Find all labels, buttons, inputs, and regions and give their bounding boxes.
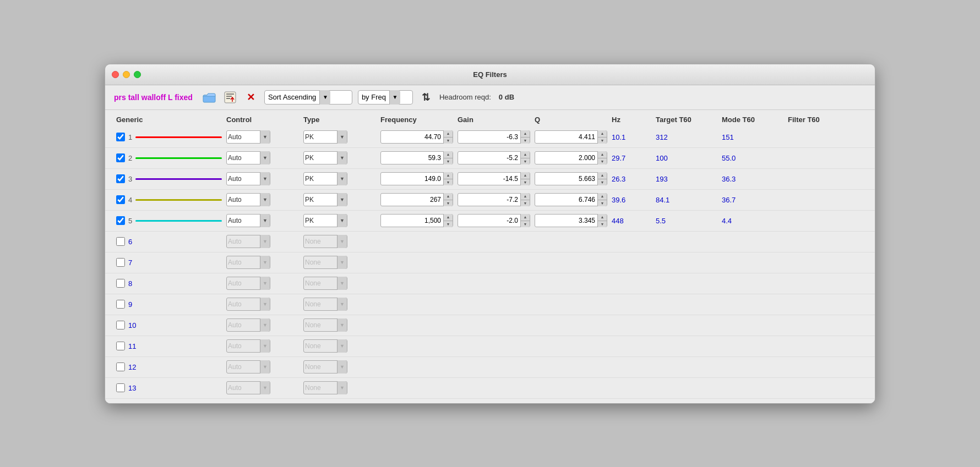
row-5-gain-input[interactable] (458, 217, 520, 224)
row-10-type-arrow[interactable]: ▼ (337, 318, 347, 332)
row-1-control-select[interactable]: Auto ▼ (226, 130, 270, 144)
row-5-type-input[interactable]: PK (304, 217, 337, 224)
row-3-control-select[interactable]: Auto ▼ (226, 172, 270, 185)
row-4-control-input[interactable]: Auto (227, 196, 260, 204)
row-1-type-select[interactable]: PK ▼ (303, 130, 347, 144)
row-6-control-input[interactable]: Auto (227, 238, 260, 245)
row-11-type-input[interactable]: None (304, 342, 337, 350)
row-1-q-input[interactable] (535, 133, 597, 141)
row-13-type-select[interactable]: None ▼ (303, 381, 347, 394)
row-1-gain-down[interactable]: ▼ (521, 138, 530, 144)
row-2-type-arrow[interactable]: ▼ (337, 151, 347, 164)
row-8-control-arrow[interactable]: ▼ (260, 277, 270, 290)
row-12-type-arrow[interactable]: ▼ (337, 360, 347, 373)
row-1-freq-up[interactable]: ▲ (444, 130, 453, 138)
row-3-freq-down[interactable]: ▼ (444, 179, 453, 186)
row-5-type-arrow[interactable]: ▼ (337, 214, 347, 227)
row-1-freq-spin[interactable]: ▲ ▼ (380, 130, 453, 144)
row-2-freq-down[interactable]: ▼ (444, 158, 453, 165)
row-11-control-arrow[interactable]: ▼ (260, 339, 270, 353)
row-1-type-input[interactable]: PK (304, 133, 337, 141)
row-2-q-input[interactable] (535, 154, 597, 162)
row-6-type-arrow[interactable]: ▼ (337, 235, 347, 248)
row-13-control-select[interactable]: Auto ▼ (226, 381, 270, 394)
row-1-control-arrow[interactable]: ▼ (260, 130, 270, 144)
row-3-checkbox[interactable] (116, 174, 125, 183)
row-1-gain-spin[interactable]: ▲ ▼ (458, 130, 530, 144)
row-6-control-arrow[interactable]: ▼ (260, 235, 270, 248)
row-5-control-arrow[interactable]: ▼ (260, 214, 270, 227)
row-13-control-arrow[interactable]: ▼ (260, 381, 270, 394)
row-5-gain-up[interactable]: ▲ (521, 214, 530, 221)
row-10-control-input[interactable]: Auto (227, 321, 260, 329)
row-3-control-arrow[interactable]: ▼ (260, 172, 270, 185)
row-2-q-up[interactable]: ▲ (598, 151, 607, 158)
row-9-checkbox[interactable] (116, 300, 125, 309)
row-6-type-input[interactable]: None (304, 238, 337, 245)
row-5-freq-spin[interactable]: ▲ ▼ (380, 214, 453, 227)
row-11-type-select[interactable]: None ▼ (303, 339, 347, 353)
row-4-checkbox[interactable] (116, 195, 125, 204)
row-1-gain-up[interactable]: ▲ (521, 130, 530, 138)
row-5-q-up[interactable]: ▲ (598, 214, 607, 221)
row-1-checkbox[interactable] (116, 133, 125, 141)
minimize-button[interactable] (123, 71, 130, 78)
row-10-type-select[interactable]: None ▼ (303, 318, 347, 332)
row-2-gain-down[interactable]: ▼ (521, 158, 530, 165)
row-3-q-up[interactable]: ▲ (598, 172, 607, 179)
row-8-type-input[interactable]: None (304, 279, 337, 287)
row-9-control-select[interactable]: Auto ▼ (226, 298, 270, 311)
row-8-type-arrow[interactable]: ▼ (337, 277, 347, 290)
row-8-control-select[interactable]: Auto ▼ (226, 277, 270, 290)
row-4-type-input[interactable]: PK (304, 196, 337, 204)
row-3-gain-spin[interactable]: ▲ ▼ (458, 172, 530, 185)
row-2-gain-up[interactable]: ▲ (521, 151, 530, 158)
row-5-freq-down[interactable]: ▼ (444, 221, 453, 228)
row-3-q-spin[interactable]: ▲ ▼ (535, 172, 607, 185)
row-5-q-spin[interactable]: ▲ ▼ (535, 214, 607, 227)
sort-ascending-select[interactable]: Sort Ascending Sort Descending No Sort S… (264, 90, 352, 105)
row-9-type-arrow[interactable]: ▼ (337, 298, 347, 311)
sort-by-select[interactable]: by Freq by Gain by Q by Freq ▼ (358, 90, 413, 105)
row-4-type-arrow[interactable]: ▼ (337, 193, 347, 206)
row-9-control-input[interactable]: Auto (227, 300, 260, 308)
row-5-checkbox[interactable] (116, 216, 125, 225)
row-4-q-up[interactable]: ▲ (598, 193, 607, 200)
row-9-control-arrow[interactable]: ▼ (260, 298, 270, 311)
row-3-type-arrow[interactable]: ▼ (337, 172, 347, 185)
row-5-q-input[interactable] (535, 217, 597, 224)
row-4-freq-input[interactable] (381, 196, 443, 204)
row-10-type-input[interactable]: None (304, 321, 337, 329)
row-12-control-select[interactable]: Auto ▼ (226, 360, 270, 373)
row-4-q-down[interactable]: ▼ (598, 200, 607, 207)
folder-icon-button[interactable] (202, 90, 217, 105)
row-4-gain-spin[interactable]: ▲ ▼ (458, 193, 530, 206)
row-3-control-input[interactable]: Auto (227, 175, 260, 183)
row-4-gain-down[interactable]: ▼ (521, 200, 530, 207)
row-13-control-input[interactable]: Auto (227, 384, 260, 392)
row-8-checkbox[interactable] (116, 279, 125, 288)
row-13-type-arrow[interactable]: ▼ (337, 381, 347, 394)
row-3-freq-up[interactable]: ▲ (444, 172, 453, 179)
row-6-control-select[interactable]: Auto ▼ (226, 235, 270, 248)
row-3-freq-spin[interactable]: ▲ ▼ (380, 172, 453, 185)
sort-filter-icon-button[interactable] (222, 90, 238, 105)
row-1-freq-input[interactable] (381, 133, 443, 141)
row-5-gain-spin[interactable]: ▲ ▼ (458, 214, 530, 227)
row-2-control-input[interactable]: Auto (227, 154, 260, 162)
row-12-checkbox[interactable] (116, 362, 125, 371)
row-7-type-select[interactable]: None ▼ (303, 256, 347, 269)
row-5-control-select[interactable]: Auto ▼ (226, 214, 270, 227)
row-2-freq-up[interactable]: ▲ (444, 151, 453, 158)
row-12-type-input[interactable]: None (304, 363, 337, 371)
row-3-gain-up[interactable]: ▲ (521, 172, 530, 179)
row-4-type-select[interactable]: PK ▼ (303, 193, 347, 206)
row-13-checkbox[interactable] (116, 383, 125, 392)
row-7-control-select[interactable]: Auto ▼ (226, 256, 270, 269)
row-2-control-select[interactable]: Auto ▼ (226, 151, 270, 164)
row-4-q-spin[interactable]: ▲ ▼ (535, 193, 607, 206)
row-1-gain-input[interactable] (458, 133, 520, 141)
row-2-type-select[interactable]: PK ▼ (303, 151, 347, 164)
row-4-gain-input[interactable] (458, 196, 520, 204)
row-2-q-spin[interactable]: ▲ ▼ (535, 151, 607, 164)
